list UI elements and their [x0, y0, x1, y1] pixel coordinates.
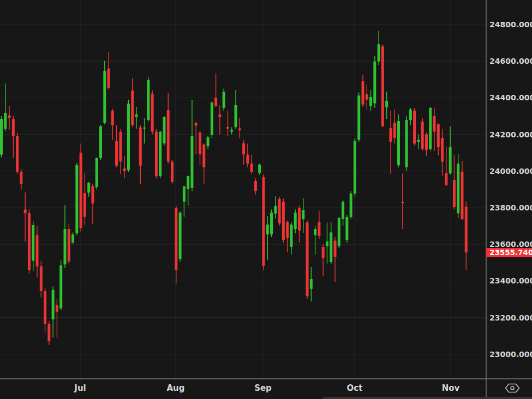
price-axis[interactable]: 24800.00024600.00024400.00024200.0002400… [489, 20, 532, 359]
candle [163, 116, 165, 146]
candle [187, 176, 189, 205]
candle [258, 164, 261, 174]
month-tick-label: Oct [347, 383, 363, 393]
candle [71, 232, 74, 244]
candle [334, 237, 337, 282]
candle [80, 143, 82, 231]
candle [441, 129, 444, 177]
candle [24, 192, 27, 241]
time-axis[interactable]: JulAugSepOctNov [74, 383, 459, 393]
candle [179, 211, 182, 262]
candle [361, 75, 364, 107]
candle [393, 110, 396, 143]
candle [409, 108, 412, 125]
candle [342, 201, 344, 226]
candle [131, 78, 134, 127]
candle [274, 196, 277, 219]
candle [147, 77, 150, 122]
candle [199, 131, 201, 165]
candle [449, 126, 452, 174]
candle [445, 147, 447, 186]
price-tick-label: 23000.000 [489, 350, 532, 359]
candle [135, 107, 138, 129]
candle [190, 100, 193, 191]
candle [75, 163, 78, 235]
candlestick-chart[interactable]: 24800.00024600.00024400.00024200.0002400… [0, 0, 532, 399]
candle [302, 198, 304, 233]
candle [425, 132, 428, 156]
candle [40, 261, 43, 297]
candle [91, 184, 94, 224]
candle [218, 105, 221, 135]
candle [262, 174, 265, 270]
candle [16, 132, 19, 174]
price-tick-label: 23200.000 [489, 313, 532, 322]
price-tick-label: 24200.000 [489, 130, 532, 139]
candle [183, 186, 186, 217]
month-tick-label: Aug [166, 383, 184, 393]
candle [63, 205, 66, 268]
candle [111, 109, 114, 140]
candle [95, 158, 98, 190]
candle [242, 140, 245, 165]
chart-window: 24800.00024600.00024400.00024200.0002400… [0, 0, 532, 399]
candle [282, 198, 285, 243]
candle [202, 143, 205, 184]
candle [338, 217, 340, 248]
candle [345, 215, 348, 242]
candle [83, 173, 86, 225]
candle [214, 74, 217, 107]
candle [195, 122, 198, 154]
candle [107, 52, 110, 90]
month-tick-label: Sep [254, 383, 272, 393]
candle [254, 178, 257, 195]
candle [171, 160, 174, 184]
candle [20, 169, 22, 189]
candle [44, 288, 46, 332]
candle [266, 216, 269, 260]
price-tick-label: 23400.000 [489, 276, 532, 285]
candle [433, 108, 436, 151]
candle [28, 209, 31, 274]
candle [322, 244, 325, 276]
candle [330, 222, 332, 264]
candle [123, 156, 126, 178]
price-tick-label: 24800.000 [489, 20, 532, 29]
candle [290, 222, 292, 255]
candle [127, 100, 130, 172]
candle [453, 155, 456, 209]
candle [270, 209, 273, 237]
candle [318, 211, 320, 239]
candle [207, 136, 210, 149]
candle [366, 84, 368, 110]
month-tick-label: Jul [74, 383, 86, 393]
candle [99, 125, 102, 160]
candle [211, 101, 213, 138]
candle [0, 116, 3, 158]
candle [115, 125, 118, 167]
candle [457, 154, 459, 218]
candle [223, 89, 225, 111]
candle [461, 161, 463, 220]
candle [357, 92, 360, 142]
candle [151, 90, 154, 135]
candle [56, 299, 58, 338]
candle [230, 127, 233, 134]
price-tick-label: 24600.000 [489, 57, 532, 65]
candle [429, 107, 432, 151]
candle [235, 90, 237, 129]
price-tick-label: 23800.000 [489, 203, 532, 212]
candle [250, 155, 253, 174]
month-tick-label: Nov [442, 383, 460, 393]
candle [226, 111, 229, 136]
candle [155, 129, 158, 179]
candle [401, 173, 404, 229]
candle [159, 131, 162, 178]
candle [314, 226, 316, 255]
candle [36, 226, 39, 277]
candles [0, 31, 468, 345]
candle [326, 223, 328, 264]
horizontal-scrollbar[interactable] [323, 397, 532, 399]
candle [175, 206, 177, 283]
candle [465, 202, 468, 270]
